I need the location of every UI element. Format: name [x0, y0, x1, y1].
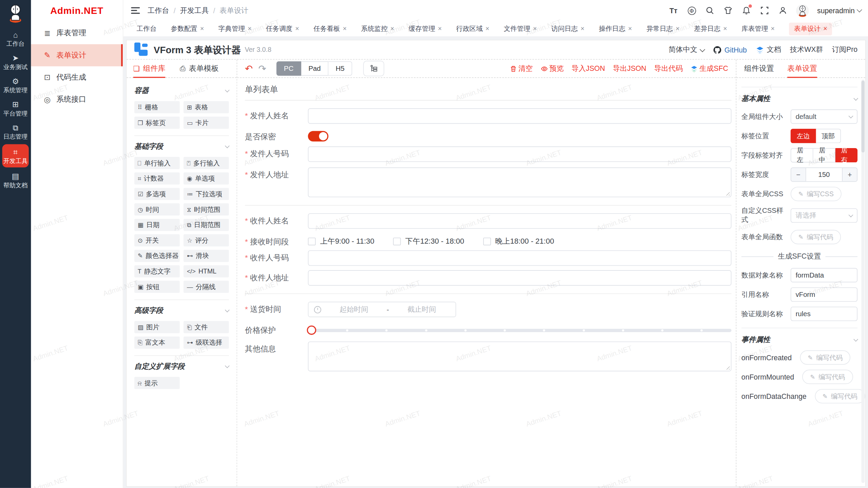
- page-tab[interactable]: 字典管理×: [218, 24, 252, 34]
- slider-handle[interactable]: [307, 325, 316, 335]
- field-receiver-name[interactable]: 收件人姓名: [245, 213, 731, 229]
- rail-item-platform-mgmt[interactable]: ⊞ 平台管理: [0, 97, 31, 120]
- label-pos-top-button[interactable]: 顶部: [816, 129, 841, 143]
- section-event-props[interactable]: 事件属性: [742, 335, 857, 345]
- sender-address-textarea[interactable]: [308, 167, 731, 197]
- checkbox-afternoon[interactable]: 下午12:30 - 18:00: [393, 237, 464, 246]
- rail-item-dev-tools[interactable]: ⌗ 开发工具: [2, 144, 29, 167]
- palette-item-text-input[interactable]: ⎕单行输入: [134, 157, 180, 169]
- page-tab[interactable]: 任务调度×: [266, 24, 299, 34]
- field-sender-phone[interactable]: 发件人号码: [245, 146, 731, 162]
- palette-item-rate[interactable]: ☆评分: [183, 234, 229, 246]
- close-icon[interactable]: ×: [248, 26, 252, 32]
- label-align-left-button[interactable]: 居左: [791, 148, 813, 162]
- label-width-value[interactable]: 150: [806, 168, 843, 181]
- receiver-phone-input[interactable]: [308, 250, 731, 266]
- other-info-textarea[interactable]: [308, 342, 731, 371]
- ref-name-input[interactable]: [791, 287, 857, 302]
- palette-section-custom-fields[interactable]: 自定义扩展字段: [134, 361, 229, 371]
- rail-item-system-mgmt[interactable]: ⚙ 系统管理: [0, 74, 31, 97]
- preview-button[interactable]: 预览: [540, 64, 564, 74]
- palette-item-switch[interactable]: ⊙开关: [134, 234, 180, 246]
- palette-item-html[interactable]: </>HTML: [183, 265, 229, 278]
- page-tab[interactable]: 缓存管理×: [409, 24, 442, 34]
- palette-item-textarea[interactable]: ⍞多行输入: [183, 157, 229, 169]
- clear-button[interactable]: 清空: [510, 64, 533, 74]
- palette-item-tabs[interactable]: ❐标签页: [134, 117, 180, 129]
- wx-group-link[interactable]: 技术WX群: [790, 45, 823, 55]
- sidebar-item-code-gen[interactable]: ⊡ 代码生成: [31, 66, 123, 88]
- edit-code-button[interactable]: ✎ 编写代码: [800, 350, 850, 365]
- palette-item-picture[interactable]: ▨图片: [134, 321, 180, 333]
- close-icon[interactable]: ×: [628, 26, 632, 32]
- palette-item-checkbox[interactable]: ☑多选项: [134, 188, 180, 200]
- palette-item-card[interactable]: ▭卡片: [183, 117, 229, 129]
- edit-code-button[interactable]: ✎ 编写代码: [791, 230, 841, 244]
- label-align-right-button[interactable]: 居右: [835, 148, 857, 162]
- sidebar-item-system-api[interactable]: ◎ 系统接口: [31, 88, 123, 110]
- field-sender-name[interactable]: 发件人姓名: [245, 108, 731, 124]
- tab-widget-settings[interactable]: 组件设置: [744, 60, 774, 77]
- export-code-button[interactable]: 导出代码: [654, 64, 683, 74]
- edit-css-button[interactable]: ✎ 编写CSS: [791, 187, 842, 201]
- close-icon[interactable]: ×: [200, 26, 204, 32]
- label-pos-left-button[interactable]: 左边: [791, 129, 816, 143]
- language-select[interactable]: 简体中文: [669, 45, 705, 55]
- field-price-protect[interactable]: 价格保护: [245, 323, 731, 338]
- scrollbar-thumb[interactable]: [861, 81, 865, 152]
- section-basic-props[interactable]: 基本属性: [742, 94, 857, 104]
- palette-item-slider[interactable]: ⊷滑块: [183, 250, 229, 262]
- resize-handle-icon[interactable]: [725, 365, 730, 370]
- device-pc-button[interactable]: PC: [276, 61, 301, 76]
- palette-item-cascader[interactable]: ⊶级联选择: [183, 337, 229, 349]
- close-icon[interactable]: ×: [723, 26, 727, 32]
- github-link[interactable]: GitHub: [713, 46, 747, 54]
- sidebar-item-form-design[interactable]: ✎ 表单设计: [31, 44, 123, 66]
- close-icon[interactable]: ×: [295, 26, 299, 32]
- sender-phone-input[interactable]: [308, 146, 731, 162]
- font-size-icon[interactable]: Tт: [668, 5, 678, 15]
- tab-form-settings[interactable]: 表单设置: [787, 60, 817, 77]
- palette-item-time-range[interactable]: ⧖时间范围: [183, 203, 229, 216]
- close-icon[interactable]: ×: [438, 26, 442, 32]
- redo-icon[interactable]: ↷: [258, 64, 266, 73]
- device-pad-button[interactable]: Pad: [301, 61, 328, 76]
- edit-code-button[interactable]: ✎ 编写代码: [802, 370, 853, 384]
- palette-item-alert[interactable]: ⍾提示: [134, 377, 180, 389]
- label-align-center-button[interactable]: 居中: [813, 148, 835, 162]
- field-receiver-address[interactable]: 收件人地址: [245, 270, 731, 286]
- close-icon[interactable]: ×: [823, 26, 827, 32]
- search-icon[interactable]: [705, 5, 715, 15]
- receiver-name-input[interactable]: [308, 213, 731, 229]
- fullscreen-icon[interactable]: [760, 5, 770, 15]
- palette-item-color-picker[interactable]: ✎颜色选择器: [134, 250, 180, 262]
- close-icon[interactable]: ×: [580, 26, 584, 32]
- palette-section-basic-fields[interactable]: 基础字段: [134, 141, 229, 151]
- rail-item-biz-test[interactable]: ➤ 业务测试: [0, 50, 31, 73]
- page-tab[interactable]: 操作日志×: [599, 24, 632, 34]
- page-tab[interactable]: 工作台: [137, 24, 157, 34]
- decrease-button[interactable]: −: [791, 168, 805, 181]
- user-icon[interactable]: [778, 5, 788, 15]
- rail-item-workbench[interactable]: ⌂ 工作台: [0, 27, 31, 50]
- outline-tree-button[interactable]: [363, 61, 384, 76]
- palette-item-date[interactable]: ▦日期: [134, 219, 180, 231]
- page-tab[interactable]: 库表管理×: [742, 24, 775, 34]
- data-object-name-input[interactable]: [791, 268, 857, 282]
- app-logo[interactable]: [5, 3, 26, 24]
- receiver-address-input[interactable]: [308, 270, 731, 286]
- secret-toggle[interactable]: [308, 131, 328, 141]
- breadcrumb-item[interactable]: 工作台: [147, 5, 169, 15]
- palette-item-number[interactable]: ⌗计数器: [134, 172, 180, 185]
- rail-item-help-docs[interactable]: ▤ 帮助文档: [0, 168, 31, 191]
- close-icon[interactable]: ×: [676, 26, 679, 32]
- palette-item-static-text[interactable]: T静态文字: [134, 265, 180, 278]
- generate-sfc-button[interactable]: 生成SFC: [691, 64, 728, 74]
- palette-item-time[interactable]: ◷时间: [134, 203, 180, 216]
- palette-item-grid[interactable]: ⠿栅格: [134, 101, 180, 113]
- subscribe-pro-link[interactable]: 订阅Pro: [832, 45, 857, 55]
- language-icon[interactable]: Φ: [687, 5, 696, 15]
- scrollbar[interactable]: [861, 80, 865, 483]
- import-json-button[interactable]: 导入JSON: [571, 64, 605, 74]
- palette-item-select[interactable]: ≔下拉选项: [183, 188, 229, 200]
